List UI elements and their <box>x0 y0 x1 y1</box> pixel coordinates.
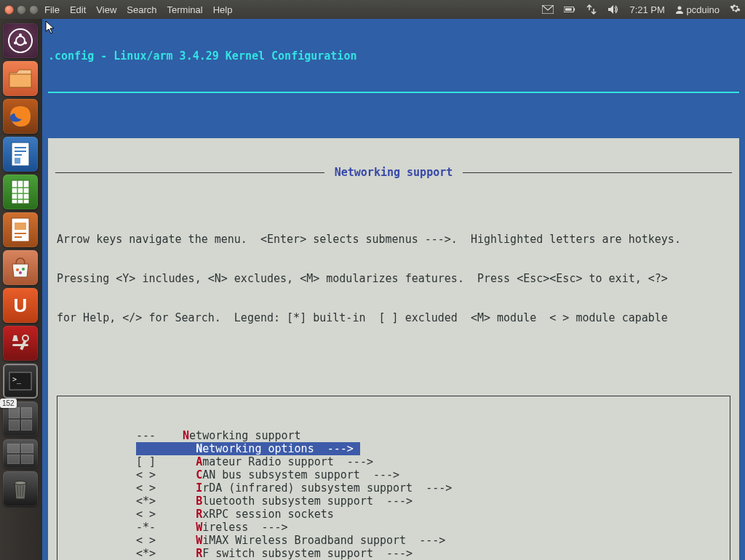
firefox-icon <box>7 103 33 129</box>
svg-point-7 <box>24 41 27 44</box>
svg-rect-12 <box>15 147 26 148</box>
network-icon[interactable] <box>586 4 597 15</box>
menu-item[interactable]: <*> Bluetooth subsystem support ---> <box>136 495 724 508</box>
firefox-app[interactable] <box>3 99 38 134</box>
trash[interactable] <box>3 471 38 506</box>
menuconfig-dialog: Networking support Arrow keys navigate t… <box>48 138 739 560</box>
menu-file[interactable]: File <box>44 4 60 15</box>
svg-rect-24 <box>15 233 26 234</box>
menu-item[interactable]: < > IrDA (infrared) subsystem support --… <box>136 481 724 495</box>
svg-point-28 <box>22 268 25 271</box>
top-panel: File Edit View Search Terminal Help 7:21… <box>0 0 745 19</box>
workspace-switcher-alt[interactable] <box>3 439 38 468</box>
software-center-app[interactable] <box>3 250 38 285</box>
spreadsheet-icon <box>9 179 32 205</box>
menu-list[interactable]: --- Networking support Networking option… <box>136 429 724 560</box>
folder-icon <box>8 68 33 89</box>
menu-item[interactable]: [ ] Amateur Radio support ---> <box>136 455 724 468</box>
svg-point-6 <box>19 33 22 36</box>
window-minimize-button[interactable] <box>17 5 26 15</box>
workspace-grid-icon <box>9 407 32 431</box>
trash-icon <box>9 476 31 502</box>
svg-rect-13 <box>15 151 26 152</box>
system-settings-app[interactable] <box>3 326 38 361</box>
dash-button[interactable] <box>3 23 38 58</box>
svg-rect-16 <box>12 180 29 204</box>
menu-view[interactable]: View <box>96 4 116 15</box>
window-close-button[interactable] <box>4 5 14 15</box>
svg-rect-3 <box>565 8 572 11</box>
terminal-window: .config - Linux/arm 3.4.29 Kernel Config… <box>42 19 745 560</box>
presentation-icon <box>9 217 32 243</box>
svg-rect-14 <box>15 154 22 156</box>
svg-rect-29 <box>12 344 28 346</box>
files-app[interactable] <box>3 61 38 96</box>
svg-point-27 <box>19 271 22 274</box>
terminal-app[interactable]: >_ <box>3 364 38 399</box>
menu-item[interactable]: -*- Wireless ---> <box>136 521 724 534</box>
menu-help[interactable]: Help <box>213 4 233 15</box>
document-icon <box>9 141 32 167</box>
mouse-cursor-icon <box>45 20 57 35</box>
writer-app[interactable] <box>3 137 38 172</box>
indicator-area: 7:21 PM pcduino <box>542 3 741 16</box>
workspace-switcher[interactable]: 152 <box>3 401 38 436</box>
menu-item[interactable]: <*> RF switch subsystem support ---> <box>136 547 724 560</box>
dialog-title: Networking support <box>55 166 732 179</box>
svg-rect-15 <box>15 158 20 164</box>
ubuntu-one-app[interactable]: U <box>3 288 38 323</box>
menu-edit[interactable]: Edit <box>70 4 86 15</box>
svg-rect-9 <box>9 74 31 87</box>
menu-item[interactable]: < > RxRPC session sockets <box>136 508 724 521</box>
terminal-icon: >_ <box>9 372 32 391</box>
menu-search[interactable]: Search <box>127 4 156 15</box>
system-menu-icon[interactable] <box>730 3 741 16</box>
shopping-bag-icon <box>8 257 33 279</box>
calc-app[interactable] <box>3 175 38 209</box>
svg-point-26 <box>16 268 19 271</box>
svg-rect-23 <box>15 223 26 230</box>
ubuntu-one-icon: U <box>14 295 28 317</box>
clock[interactable]: 7:21 PM <box>629 4 664 15</box>
config-title: .config - Linux/arm 3.4.29 Kernel Config… <box>48 49 739 63</box>
ubuntu-logo-icon <box>8 28 33 53</box>
menu-section-header: --- Networking support <box>136 429 724 442</box>
svg-text:>_: >_ <box>12 375 22 384</box>
window-controls <box>4 5 39 15</box>
svg-point-34 <box>15 481 26 485</box>
svg-point-30 <box>23 335 28 341</box>
sound-icon[interactable] <box>607 4 619 15</box>
impress-app[interactable] <box>3 212 38 247</box>
menu-item[interactable]: Networking options ---> <box>136 442 724 455</box>
window-maximize-button[interactable] <box>29 5 39 15</box>
svg-rect-2 <box>574 8 575 11</box>
app-menubar: File Edit View Search Terminal Help <box>44 4 232 15</box>
svg-point-8 <box>14 41 17 44</box>
svg-rect-25 <box>15 236 22 238</box>
tools-icon <box>8 332 33 354</box>
user-menu[interactable]: pcduino <box>675 4 720 15</box>
unity-launcher: U >_ 152 <box>0 19 42 560</box>
mail-icon[interactable] <box>542 4 554 15</box>
dialog-help-text: Arrow keys navigate the menu. <Enter> se… <box>57 207 730 351</box>
battery-icon[interactable] <box>564 4 575 15</box>
menu-item[interactable]: < > WiMAX Wireless Broadband support ---… <box>136 534 724 547</box>
svg-point-5 <box>16 36 25 45</box>
menu-item[interactable]: < > CAN bus subsystem support ---> <box>136 468 724 481</box>
menu-list-box: --- Networking support Networking option… <box>57 396 730 560</box>
svg-point-4 <box>677 6 681 9</box>
workspace-grid-icon <box>7 444 33 464</box>
menu-terminal[interactable]: Terminal <box>167 4 203 15</box>
title-separator <box>48 92 739 93</box>
